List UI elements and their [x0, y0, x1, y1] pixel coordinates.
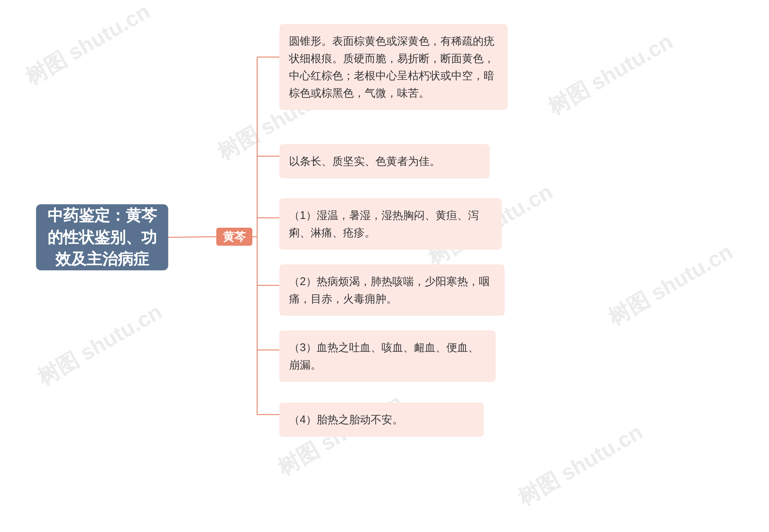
branch-3-text: （1）湿温，暑湿，湿热胸闷、黄疸、泻痢、淋痛、疮疹。 — [289, 209, 479, 239]
branch-2-text: 以条长、质坚实、色黄者为佳。 — [289, 155, 440, 167]
center-node-label: 中药鉴定：黄芩的性状鉴别、功效及主治病症 — [42, 205, 162, 270]
watermark-6: 树图 shutu.cn — [543, 27, 678, 122]
watermark-8: 树图 shutu.cn — [513, 418, 648, 512]
center-node: 中药鉴定：黄芩的性状鉴别、功效及主治病症 — [36, 204, 168, 270]
watermark-1: 树图 shutu.cn — [20, 0, 155, 92]
watermark-7: 树图 shutu.cn — [603, 237, 738, 332]
branch-card-1: 圆锥形。表面棕黄色或深黄色，有稀疏的疣状细根痕。质硬而脆，易折断，断面黄色，中心… — [279, 24, 508, 110]
svg-line-0 — [168, 237, 216, 237]
branch-4-text: （2）热病烦渴，肺热咳喘，少阳寒热，咽痛，目赤，火毒痈肿。 — [289, 275, 490, 305]
branch-card-4: （2）热病烦渴，肺热咳喘，少阳寒热，咽痛，目赤，火毒痈肿。 — [279, 264, 505, 316]
branch-card-3: （1）湿温，暑湿，湿热胸闷、黄疸、泻痢、淋痛、疮疹。 — [279, 198, 502, 250]
branch-5-text: （3）血热之吐血、咳血、衄血、便血、崩漏。 — [289, 341, 479, 371]
branch-1-text: 圆锥形。表面棕黄色或深黄色，有稀疏的疣状细根痕。质硬而脆，易折断，断面黄色，中心… — [289, 35, 494, 99]
branch-6-text: （4）胎热之胎动不安。 — [289, 413, 403, 426]
branch-card-5: （3）血热之吐血、咳血、衄血、便血、崩漏。 — [279, 330, 496, 382]
watermark-4: 树图 shutu.cn — [32, 297, 167, 392]
branch-card-6: （4）胎热之胎动不安。 — [279, 403, 484, 437]
hub-node: 黄芩 — [216, 228, 252, 246]
canvas: 树图 shutu.cn 树图 shutu.cn 树图 shutu.cn 树图 s… — [0, 0, 769, 532]
branch-card-2: 以条长、质坚实、色黄者为佳。 — [279, 144, 490, 178]
hub-node-label: 黄芩 — [223, 229, 246, 245]
